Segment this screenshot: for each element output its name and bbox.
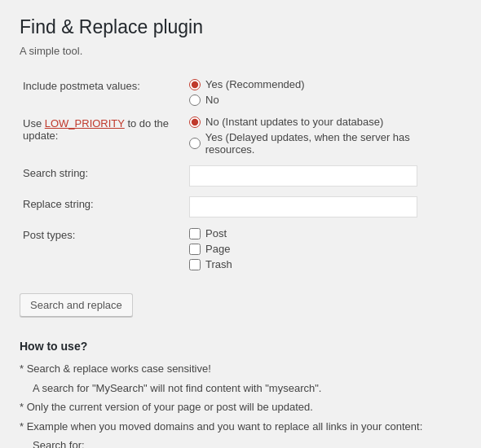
how-to-use-line-1: A search for "MySearch" will not find co… [33, 380, 461, 397]
include-postmeta-label: Include postmeta values: [23, 80, 140, 92]
search-string-row: Search string: [20, 160, 461, 191]
priority-no[interactable]: No (Instant updates to your database) [189, 116, 458, 128]
replace-string-label: Replace string: [23, 198, 94, 210]
priority-yes[interactable]: Yes (Delayed updates, when the server ha… [189, 131, 458, 156]
include-postmeta-options: Yes (Recommended) No [189, 78, 458, 106]
post-type-page[interactable]: Page [189, 243, 458, 255]
include-postmeta-yes-label: Yes (Recommended) [205, 78, 305, 90]
post-types-row: Post types: Post Page Trash [20, 222, 461, 275]
how-to-use-section: How to use? * Search & replace works cas… [20, 340, 461, 448]
how-to-use-line-3: * Example when you moved domains and you… [20, 419, 461, 435]
post-type-page-label: Page [205, 243, 230, 255]
priority-no-label: No (Instant updates to your database) [205, 116, 383, 128]
include-postmeta-row: Include postmeta values: Yes (Recommende… [20, 73, 461, 111]
include-postmeta-yes[interactable]: Yes (Recommended) [189, 78, 458, 90]
page-subtitle: A simple tool. [20, 45, 461, 57]
priority-yes-label: Yes (Delayed updates, when the server ha… [205, 131, 458, 156]
page-title: Find & Replace plugin [20, 16, 461, 38]
how-to-use-line-4: Search for: [33, 437, 461, 448]
post-type-trash-label: Trash [205, 258, 232, 270]
post-type-page-checkbox[interactable] [189, 244, 201, 255]
include-postmeta-yes-radio[interactable] [189, 79, 201, 90]
low-priority-link[interactable]: LOW_PRIORITY [45, 117, 125, 130]
post-type-post-checkbox[interactable] [189, 228, 201, 239]
how-to-use-title: How to use? [20, 340, 461, 353]
post-type-trash-checkbox[interactable] [189, 259, 201, 270]
priority-options: No (Instant updates to your database) Ye… [189, 116, 458, 156]
replace-string-input[interactable] [189, 196, 417, 217]
replace-string-row: Replace string: [20, 191, 461, 222]
post-type-post-label: Post [205, 227, 227, 239]
priority-row: Use LOW_PRIORITY to do the update: No (I… [20, 111, 461, 160]
include-postmeta-no-label: No [205, 94, 219, 106]
settings-form: Include postmeta values: Yes (Recommende… [20, 73, 461, 275]
include-postmeta-no[interactable]: No [189, 94, 458, 106]
post-type-post[interactable]: Post [189, 227, 458, 239]
how-to-use-line-2: * Only the current version of your page … [20, 399, 461, 415]
post-type-trash[interactable]: Trash [189, 258, 458, 270]
use-priority-label-before: Use [23, 117, 42, 130]
post-types-options: Post Page Trash [189, 227, 458, 270]
how-to-use-line-0: * Search & replace works case sensitive! [20, 361, 461, 377]
post-types-label: Post types: [23, 229, 75, 241]
priority-yes-radio[interactable] [189, 138, 201, 149]
priority-no-radio[interactable] [189, 116, 201, 128]
search-string-input[interactable] [189, 165, 417, 187]
search-replace-button[interactable]: Search and replace [20, 293, 133, 317]
include-postmeta-no-radio[interactable] [189, 94, 201, 106]
search-string-label: Search string: [23, 167, 88, 179]
